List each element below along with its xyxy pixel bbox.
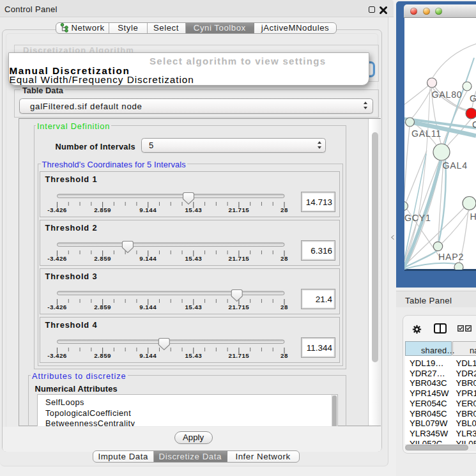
svg-text:2.859: 2.859 bbox=[94, 303, 111, 310]
svg-text:-3.426: -3.426 bbox=[47, 351, 67, 358]
svg-text:H: H bbox=[470, 211, 476, 222]
svg-text:9.144: 9.144 bbox=[139, 254, 157, 261]
svg-text:15.43: 15.43 bbox=[185, 254, 202, 261]
svg-text:21.715: 21.715 bbox=[228, 351, 249, 358]
svg-text:21.715: 21.715 bbox=[228, 206, 249, 213]
svg-text:CD: CD bbox=[472, 119, 476, 129]
svg-text:9.144: 9.144 bbox=[139, 206, 157, 213]
svg-text:GAL: GAL bbox=[470, 93, 476, 103]
svg-text:15.43: 15.43 bbox=[185, 303, 202, 310]
svg-text:28: 28 bbox=[280, 206, 288, 213]
svg-text:GAL4: GAL4 bbox=[443, 160, 468, 171]
svg-text:2.859: 2.859 bbox=[94, 254, 111, 261]
svg-text:9.144: 9.144 bbox=[139, 303, 157, 310]
svg-text:28: 28 bbox=[280, 254, 288, 261]
svg-text:-3.426: -3.426 bbox=[47, 254, 67, 261]
svg-text:28: 28 bbox=[280, 351, 288, 358]
svg-text:HAP2: HAP2 bbox=[438, 252, 464, 262]
svg-text:28: 28 bbox=[280, 303, 288, 310]
svg-text:GAL80: GAL80 bbox=[432, 89, 463, 99]
svg-text:9.144: 9.144 bbox=[139, 351, 157, 358]
svg-text:15.43: 15.43 bbox=[185, 206, 202, 213]
svg-text:21.715: 21.715 bbox=[228, 303, 249, 310]
svg-text:15.43: 15.43 bbox=[185, 351, 202, 358]
svg-text:-3.426: -3.426 bbox=[47, 303, 67, 310]
svg-text:2.859: 2.859 bbox=[94, 206, 111, 213]
svg-text:21.715: 21.715 bbox=[228, 254, 249, 261]
svg-text:-3.426: -3.426 bbox=[47, 206, 67, 213]
svg-text:2.859: 2.859 bbox=[94, 351, 111, 358]
svg-text:GAL11: GAL11 bbox=[411, 128, 441, 138]
svg-text:GCY1: GCY1 bbox=[404, 213, 431, 223]
